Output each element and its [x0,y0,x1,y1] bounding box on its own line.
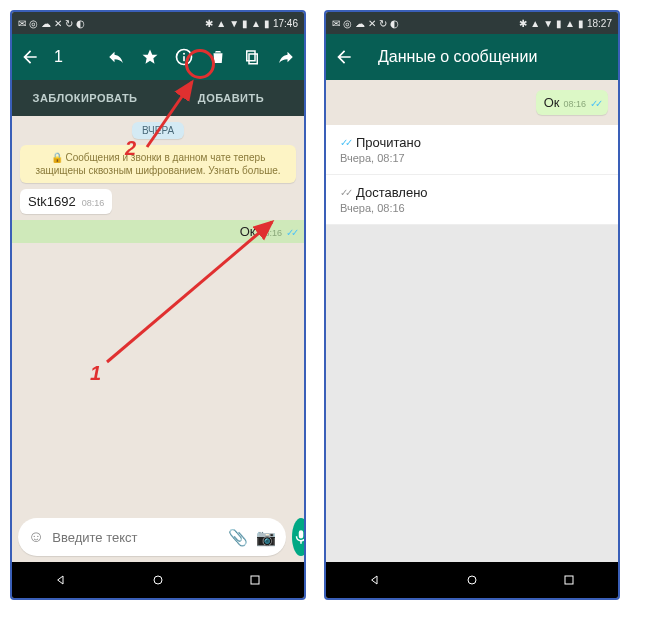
encryption-notice[interactable]: 🔒 Сообщения и звонки в данном чате тепер… [20,145,296,183]
phone-left: ✉◎☁✕↻◐ ✱▲▼▮▲▮ 17:46 1 ЗАБЛОКИРОВАТЬ ДОБА… [10,10,306,600]
read-ticks-icon: ✓✓ [340,137,350,148]
status-bar: ✉◎☁✕↻◐ ✱▲▼▮▲▮ 18:27 [326,12,618,34]
nav-home-icon[interactable] [464,572,480,588]
message-preview-area: Ок 08:16 ✓✓ [326,80,618,125]
back-icon[interactable] [334,47,354,67]
selection-header: 1 [12,34,304,80]
svg-point-9 [468,576,476,584]
reply-icon[interactable] [106,47,126,67]
outgoing-time: 08:16 [259,228,282,238]
info-header: Данные о сообщении [326,34,618,80]
info-body: Ок 08:16 ✓✓ ✓✓ Прочитано Вчера, 08:17 ✓✓… [326,80,618,562]
svg-rect-2 [183,56,185,61]
svg-point-5 [154,576,162,584]
read-row: ✓✓ Прочитано Вчера, 08:17 [326,125,618,175]
date-chip: ВЧЕРА [132,122,184,139]
svg-rect-10 [565,576,573,584]
voice-button[interactable] [292,518,306,556]
outgoing-text: Ок [240,224,256,239]
incoming-message[interactable]: Stk1692 08:16 [20,189,112,214]
outgoing-message-selected[interactable]: Ок 08:16 ✓✓ [12,220,304,243]
forward-icon[interactable] [276,47,296,67]
android-navbar [326,562,618,598]
camera-icon[interactable]: 📷 [256,528,276,547]
message-input-field[interactable]: ☺ 📎 📷 [18,518,286,556]
status-icons-right: ✱▲▼▮▲▮ 18:27 [519,18,612,29]
tab-block[interactable]: ЗАБЛОКИРОВАТЬ [12,80,158,116]
read-ticks-icon: ✓✓ [286,227,296,238]
nav-recent-icon[interactable] [561,572,577,588]
nav-recent-icon[interactable] [247,572,263,588]
nav-back-icon[interactable] [53,572,69,588]
preview-text: Ок [544,95,560,110]
status-time: 18:27 [587,18,612,29]
preview-time: 08:16 [563,99,586,109]
status-icons-left: ✉◎☁✕↻◐ [18,18,85,29]
selection-count: 1 [54,48,63,66]
android-navbar [12,562,304,598]
svg-rect-6 [251,576,259,584]
page-title: Данные о сообщении [378,48,537,66]
svg-rect-3 [249,54,257,64]
read-label: Прочитано [356,135,421,150]
read-ticks-icon: ✓✓ [590,98,600,109]
nav-back-icon[interactable] [367,572,383,588]
attach-icon[interactable]: 📎 [228,528,248,547]
status-list: ✓✓ Прочитано Вчера, 08:17 ✓✓ Доставлено … [326,125,618,225]
delivered-ticks-icon: ✓✓ [340,187,350,198]
incoming-time: 08:16 [82,198,105,208]
back-icon[interactable] [20,47,40,67]
phone-right: ✉◎☁✕↻◐ ✱▲▼▮▲▮ 18:27 Данные о сообщении О… [324,10,620,600]
delete-icon[interactable] [208,47,228,67]
incoming-text: Stk1692 [28,194,76,209]
star-icon[interactable] [140,47,160,67]
status-icons-left: ✉◎☁✕↻◐ [332,18,399,29]
delivered-time: Вчера, 08:16 [340,202,604,214]
delivered-label: Доставлено [356,185,428,200]
status-time: 17:46 [273,18,298,29]
chat-area: ВЧЕРА 🔒 Сообщения и звонки в данном чате… [12,116,304,512]
tab-add[interactable]: ДОБАВИТЬ [158,80,304,116]
emoji-icon[interactable]: ☺ [28,528,44,546]
message-input[interactable] [52,530,220,545]
delivered-row: ✓✓ Доставлено Вчера, 08:16 [326,175,618,225]
read-time: Вчера, 08:17 [340,152,604,164]
action-tabs: ЗАБЛОКИРОВАТЬ ДОБАВИТЬ [12,80,304,116]
status-bar: ✉◎☁✕↻◐ ✱▲▼▮▲▮ 17:46 [12,12,304,34]
svg-rect-4 [247,51,255,61]
status-icons-right: ✱▲▼▮▲▮ 17:46 [205,18,298,29]
copy-icon[interactable] [242,47,262,67]
input-bar: ☺ 📎 📷 [12,512,304,562]
message-preview: Ок 08:16 ✓✓ [536,90,608,115]
svg-point-1 [183,53,185,55]
info-icon[interactable] [174,47,194,67]
nav-home-icon[interactable] [150,572,166,588]
